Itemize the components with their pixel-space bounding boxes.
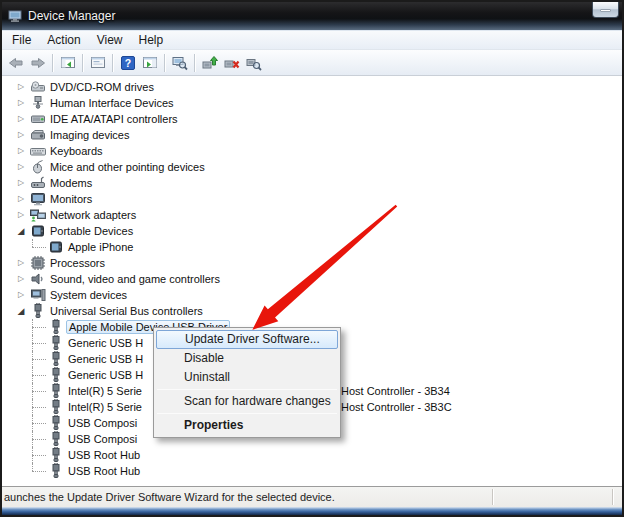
tree-item-label: USB Composi: [68, 433, 137, 445]
expander-collapsed-icon[interactable]: ▷: [15, 191, 27, 207]
toolbar-separator: [82, 54, 83, 72]
menu-bar: FileActionViewHelp: [2, 31, 622, 50]
tree-item-label: Generic USB H: [68, 353, 143, 365]
mouse-icon: [30, 159, 46, 175]
menubar-item-view[interactable]: View: [89, 31, 131, 49]
tree-item-label: Generic USB H: [68, 369, 143, 381]
expander-collapsed-icon[interactable]: ▷: [15, 143, 27, 159]
scan-computer-icon[interactable]: [169, 52, 190, 73]
portable-device-icon: [48, 239, 64, 255]
usb-icon: [48, 415, 64, 431]
processor-icon: [30, 255, 46, 271]
tree-item-label: Intel(R) 5 Serie: [68, 401, 142, 413]
help-icon[interactable]: ?: [117, 52, 138, 73]
tree-item[interactable]: ▷Modems: [2, 175, 622, 191]
tree-item[interactable]: USB Root Hub: [2, 447, 622, 463]
minimize-icon: [600, 9, 611, 12]
expander-collapsed-icon[interactable]: ▷: [15, 271, 27, 287]
tree-item-label: Keyboards: [50, 145, 103, 157]
expander-collapsed-icon[interactable]: ▷: [15, 159, 27, 175]
window-bottom-edge: [2, 507, 622, 515]
tree-item[interactable]: ▷Sound, video and game controllers: [2, 271, 622, 287]
back-icon[interactable]: [5, 52, 26, 73]
tree-connector: [15, 383, 48, 399]
show-action-pane-icon[interactable]: [139, 52, 160, 73]
tree-item-label: Network adapters: [50, 209, 136, 221]
tree-item[interactable]: ▷Human Interface Devices: [2, 95, 622, 111]
tree-connector: [15, 415, 48, 431]
tree-item[interactable]: ▷Network adapters: [2, 207, 622, 223]
tree-item-label: Portable Devices: [50, 225, 133, 237]
context-menu-item[interactable]: Disable: [156, 349, 338, 368]
scan-hardware-icon[interactable]: [243, 52, 264, 73]
tree-item[interactable]: Apple iPhone: [2, 239, 622, 255]
tree-item[interactable]: ▷Monitors: [2, 191, 622, 207]
modem-icon: [30, 175, 46, 191]
tree-item[interactable]: ▷Imaging devices: [2, 127, 622, 143]
menubar-item-help[interactable]: Help: [131, 31, 172, 49]
tree-connector: [15, 463, 48, 479]
tree-item-label: Imaging devices: [50, 129, 130, 141]
expander-collapsed-icon[interactable]: ▷: [15, 207, 27, 223]
tree-item-label: IDE ATA/ATAPI controllers: [50, 113, 178, 125]
tree-item[interactable]: ▷IDE ATA/ATAPI controllers: [2, 111, 622, 127]
tree-connector: [15, 319, 48, 335]
forward-icon[interactable]: [27, 52, 48, 73]
show-console-tree-icon[interactable]: [57, 52, 78, 73]
tree-connector: [15, 367, 48, 383]
hid-icon: [30, 95, 46, 111]
tree-item[interactable]: ▷Keyboards: [2, 143, 622, 159]
expander-collapsed-icon[interactable]: ▷: [15, 127, 27, 143]
expander-collapsed-icon[interactable]: ▷: [15, 255, 27, 271]
tree-item-label: Mice and other pointing devices: [50, 161, 205, 173]
menubar-item-file[interactable]: File: [4, 31, 39, 49]
device-manager-icon: [8, 9, 22, 23]
system-device-icon: [30, 287, 46, 303]
monitor-icon: [30, 191, 46, 207]
menubar-item-action[interactable]: Action: [39, 31, 88, 49]
tree-item-label: USB Root Hub: [68, 449, 140, 461]
context-menu-item[interactable]: Scan for hardware changes: [156, 392, 338, 411]
toolbar-separator: [194, 54, 195, 72]
tree-connector: [15, 399, 48, 415]
tree-item[interactable]: ▷System devices: [2, 287, 622, 303]
statusbar-separator: [492, 489, 493, 505]
tree-item[interactable]: ◢Portable Devices: [2, 223, 622, 239]
tree-item[interactable]: ▷DVD/CD-ROM drives: [2, 79, 622, 95]
context-menu-item[interactable]: Uninstall: [156, 368, 338, 387]
uninstall-device-icon[interactable]: [221, 52, 242, 73]
tree-item-label: Human Interface Devices: [50, 97, 174, 109]
tree-item[interactable]: ▷Mice and other pointing devices: [2, 159, 622, 175]
ide-controller-icon: [30, 111, 46, 127]
tree-connector: [15, 335, 48, 351]
context-menu-item[interactable]: Update Driver Software...: [156, 330, 338, 349]
properties-dialog-icon[interactable]: [87, 52, 108, 73]
imaging-device-icon: [30, 127, 46, 143]
tree-connector: [15, 431, 48, 447]
expander-collapsed-icon[interactable]: ▷: [15, 287, 27, 303]
context-menu-separator: [157, 389, 337, 390]
status-bar: aunches the Update Driver Software Wizar…: [2, 486, 622, 507]
network-adapter-icon: [30, 207, 46, 223]
portable-device-icon: [30, 223, 46, 239]
context-menu: Update Driver Software...DisableUninstal…: [153, 327, 341, 438]
expander-collapsed-icon[interactable]: ▷: [15, 175, 27, 191]
expander-collapsed-icon[interactable]: ▷: [15, 95, 27, 111]
tree-item[interactable]: USB Root Hub: [2, 463, 622, 479]
expander-collapsed-icon[interactable]: ▷: [15, 111, 27, 127]
tree-item[interactable]: ◢Universal Serial Bus controllers: [2, 303, 622, 319]
expander-collapsed-icon[interactable]: ▷: [15, 79, 27, 95]
expander-expanded-icon[interactable]: ◢: [15, 303, 27, 319]
tree-item[interactable]: ▷Processors: [2, 255, 622, 271]
toolbar: ?: [2, 50, 622, 76]
update-driver-icon[interactable]: [199, 52, 220, 73]
expander-expanded-icon[interactable]: ◢: [15, 223, 27, 239]
svg-text:?: ?: [124, 57, 130, 69]
usb-icon: [48, 319, 64, 335]
minimize-button[interactable]: [592, 2, 619, 18]
context-menu-item[interactable]: Properties: [156, 416, 338, 435]
dvd-drive-icon: [30, 79, 46, 95]
tree-item-label: USB Root Hub: [68, 465, 140, 477]
tree-item-label: Universal Serial Bus controllers: [50, 305, 203, 317]
usb-icon: [48, 383, 64, 399]
